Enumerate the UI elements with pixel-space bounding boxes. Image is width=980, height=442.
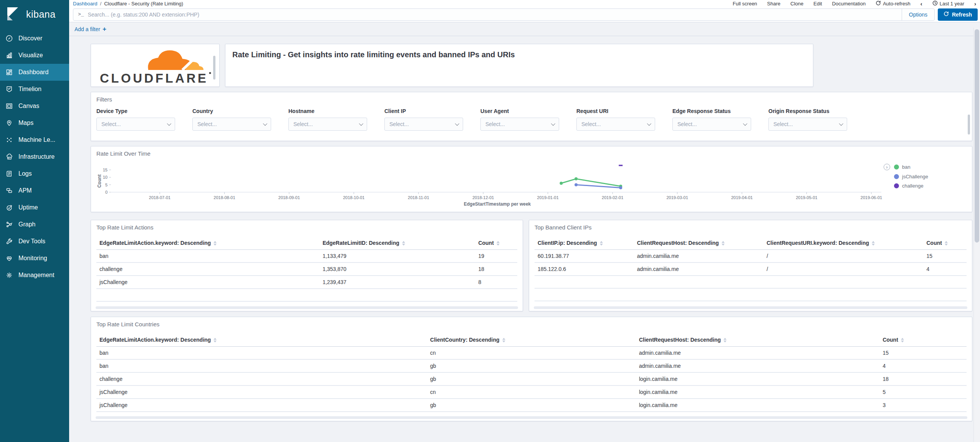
auto-refresh-button[interactable]: Auto-refresh (876, 0, 910, 7)
rate-limit-time-chart[interactable]: 0510152018-07-012018-08-012018-09-012018… (96, 157, 884, 208)
legend-item-jschallenge[interactable]: jsChallenge (902, 174, 928, 179)
column-header[interactable]: Count (924, 236, 967, 250)
sidebar-item-infrastructure[interactable]: Infrastructure (0, 148, 69, 165)
column-header[interactable]: Count (475, 236, 517, 250)
sort-icon (497, 241, 500, 246)
edge-response-status-select[interactable]: Select... (672, 118, 751, 131)
uptime-icon (5, 204, 13, 211)
table-panel-title: Top Rate Limit Countries (96, 321, 967, 327)
svg-text:2018-07-01: 2018-07-01 (149, 195, 171, 200)
column-header[interactable]: ClientRequestURI.keyword: Descending (763, 236, 923, 250)
user-agent-select[interactable]: Select... (480, 118, 559, 131)
sidebar-item-visualize[interactable]: Visualize (0, 47, 69, 64)
chevron-down-icon (551, 121, 555, 126)
sidebar-item-maps[interactable]: Maps (0, 115, 69, 131)
edit-button[interactable]: Edit (813, 1, 822, 7)
svg-text:5: 5 (105, 183, 108, 187)
country-select[interactable]: Select... (192, 118, 271, 131)
sidebar-item-dev-tools[interactable]: Dev Tools (0, 233, 69, 250)
column-header[interactable]: Count (879, 333, 967, 347)
hostname-select[interactable]: Select... (288, 118, 367, 131)
sidebar-item-label: APM (18, 187, 32, 194)
horizontal-scrollbar[interactable] (96, 416, 967, 419)
window-scrollbar[interactable] (973, 28, 980, 442)
kibana-logo (5, 5, 21, 23)
sidebar-item-label: Visualize (18, 52, 43, 59)
sidebar-item-dashboard[interactable]: Dashboard (0, 64, 69, 81)
logs-icon (5, 170, 13, 178)
documentation-link[interactable]: Documentation (832, 1, 866, 7)
column-header[interactable]: ClientCountry: Descending (427, 333, 636, 347)
kibana-home[interactable]: kibana (0, 0, 69, 30)
sidebar-item-apm[interactable]: APM (0, 182, 69, 199)
device-type-select[interactable]: Select... (96, 118, 175, 131)
sidebar-item-monitoring[interactable]: Monitoring (0, 250, 69, 267)
sidebar-item-discover[interactable]: Discover (0, 30, 69, 47)
filter-bar: Add a filter+ (69, 22, 980, 36)
sidebar-item-label: Logs (18, 170, 32, 177)
share-button[interactable]: Share (767, 1, 781, 7)
sort-icon (723, 338, 727, 342)
filter-user-agent: User Agent Select... (480, 108, 559, 131)
svg-text:2019-02-01: 2019-02-01 (602, 195, 623, 200)
full-screen-button[interactable]: Full screen (733, 1, 757, 7)
time-forward-button[interactable]: › (974, 0, 976, 7)
sidebar-item-graph[interactable]: Graph (0, 216, 69, 233)
sidebar-item-timelion[interactable]: Timelion (0, 81, 69, 98)
svg-text:EdgeStartTimestamp per week: EdgeStartTimestamp per week (464, 201, 531, 207)
time-back-button[interactable]: ‹ (920, 0, 922, 7)
legend-dot-challenge (894, 183, 899, 188)
table-row: bangbadmin.camilia.me4 (96, 359, 967, 372)
scrollbar-thumb[interactable] (975, 29, 979, 243)
svg-text:2019-03-01: 2019-03-01 (666, 195, 688, 200)
chevron-down-icon (839, 121, 843, 126)
horizontal-scrollbar[interactable] (534, 306, 967, 309)
sidebar-item-management[interactable]: Management (0, 267, 69, 284)
column-header[interactable]: EdgeRateLimitID: Descending (319, 236, 475, 250)
client-ip-select[interactable]: Select... (384, 118, 463, 131)
chart-panel-title: Rate Limit Over Time (96, 150, 967, 157)
column-header[interactable]: ClientIP.ip: Descending (535, 236, 634, 250)
horizontal-scrollbar[interactable] (96, 306, 518, 309)
top-rate-limit-actions-panel: Top Rate Limit Actions EdgeRateLimitActi… (91, 220, 523, 311)
clone-button[interactable]: Clone (790, 1, 803, 7)
column-header[interactable]: EdgeRateLimitAction.keyword: Descending (96, 236, 319, 250)
filter-country: Country Select... (192, 108, 271, 131)
panel-scrollbar[interactable] (968, 115, 970, 135)
legend-item-challenge[interactable]: challenge (902, 183, 924, 189)
legend-item-ban[interactable]: ban (902, 164, 910, 170)
sidebar-item-machine-learning[interactable]: Machine Le... (0, 131, 69, 148)
sidebar-item-canvas[interactable]: Canvas (0, 98, 69, 115)
svg-text:2018-10-01: 2018-10-01 (343, 195, 364, 200)
chevron-down-icon (167, 121, 171, 126)
filter-label: Request URI (576, 108, 655, 114)
legend-toggle-icon[interactable]: › (884, 164, 890, 170)
query-options-button[interactable]: Options (902, 9, 934, 20)
time-range-picker[interactable]: Last 1 year (932, 0, 964, 7)
monitoring-icon (5, 254, 13, 262)
filter-label: Edge Response Status (672, 108, 751, 114)
sort-icon (214, 241, 217, 246)
sidebar-item-logs[interactable]: Logs (0, 165, 69, 182)
chevron-down-icon (263, 121, 267, 126)
panel-scrollbar[interactable] (213, 56, 215, 80)
sidebar-item-uptime[interactable]: Uptime (0, 199, 69, 216)
origin-response-status-select[interactable]: Select... (768, 118, 847, 131)
request-uri-select[interactable]: Select... (576, 118, 655, 131)
breadcrumb-dashboard-link[interactable]: Dashboard (73, 1, 98, 7)
column-header[interactable]: ClientRequestHost: Descending (636, 333, 879, 347)
filter-request-uri: Request URI Select... (576, 108, 655, 131)
refresh-button[interactable]: Refresh (938, 8, 978, 21)
sidebar-item-label: Management (18, 272, 54, 279)
add-filter-button[interactable]: Add a filter+ (74, 25, 106, 33)
empty-row (535, 276, 967, 288)
query-prompt-icon: >_ (73, 12, 88, 17)
svg-text:2018-08-01: 2018-08-01 (214, 195, 235, 200)
column-header[interactable]: ClientRequestHost: Descending (634, 236, 764, 250)
table-row: bancnadmin.camilia.me15 (96, 347, 967, 360)
svg-text:2019-06-01: 2019-06-01 (861, 195, 882, 200)
search-input[interactable] (88, 12, 902, 18)
sort-icon (402, 241, 405, 246)
column-header[interactable]: EdgeRateLimitAction.keyword: Descending (96, 333, 427, 347)
filters-panel-title: Filters (96, 96, 967, 103)
